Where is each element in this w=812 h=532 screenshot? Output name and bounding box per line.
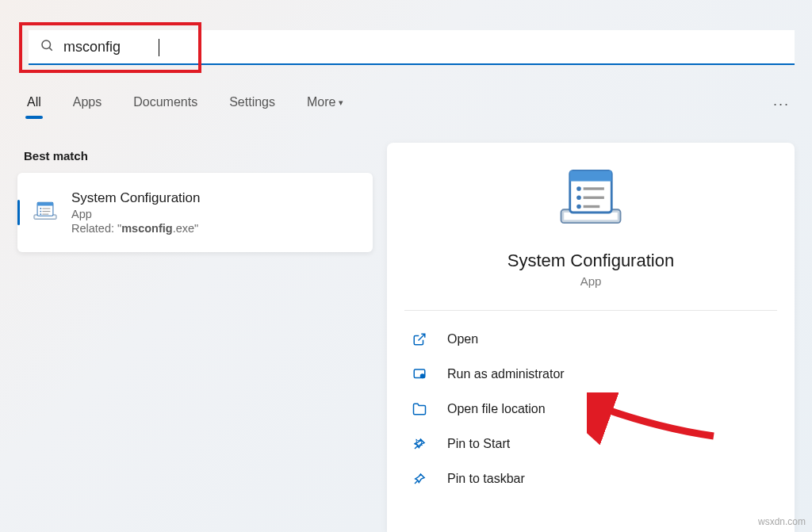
pin-icon bbox=[411, 435, 428, 453]
tab-more-label: More bbox=[307, 95, 335, 109]
tab-settings[interactable]: Settings bbox=[226, 90, 278, 117]
svg-line-22 bbox=[419, 334, 425, 340]
best-match-result[interactable]: System Configuration App Related: "mscon… bbox=[17, 173, 373, 252]
action-open-location-label: Open file location bbox=[447, 402, 546, 416]
filter-tabs: All Apps Documents Settings More▾ ··· bbox=[24, 90, 795, 117]
panel-title: System Configuration bbox=[508, 251, 674, 271]
system-configuration-icon-large bbox=[555, 165, 626, 236]
svg-point-24 bbox=[420, 373, 425, 378]
divider bbox=[404, 310, 777, 311]
result-type: App bbox=[71, 208, 201, 220]
svg-line-25 bbox=[415, 446, 418, 449]
svg-line-1 bbox=[49, 48, 52, 50]
admin-icon bbox=[411, 366, 428, 383]
chevron-down-icon: ▾ bbox=[339, 98, 343, 107]
tab-more[interactable]: More▾ bbox=[304, 90, 347, 117]
action-run-admin-label: Run as administrator bbox=[447, 367, 565, 381]
pin-icon bbox=[411, 470, 428, 488]
folder-icon bbox=[411, 400, 428, 418]
panel-header: System Configuration App bbox=[387, 165, 795, 310]
search-icon bbox=[40, 38, 54, 55]
tab-documents[interactable]: Documents bbox=[130, 90, 201, 117]
svg-point-6 bbox=[40, 208, 41, 209]
search-input[interactable] bbox=[63, 39, 783, 55]
action-pin-to-taskbar[interactable]: Pin to taskbar bbox=[395, 461, 787, 496]
watermark: wsxdn.com bbox=[758, 516, 806, 527]
svg-rect-15 bbox=[570, 171, 612, 182]
action-open-label: Open bbox=[447, 332, 478, 346]
action-pin-to-start[interactable]: Pin to Start bbox=[395, 427, 787, 461]
system-configuration-icon bbox=[32, 199, 59, 226]
action-open-file-location[interactable]: Open file location bbox=[395, 392, 787, 427]
svg-point-16 bbox=[576, 186, 581, 191]
details-panel: System Configuration App Open Run as adm… bbox=[387, 143, 795, 532]
action-list: Open Run as administrator Open file loca… bbox=[387, 322, 795, 496]
tab-all[interactable]: All bbox=[24, 90, 44, 117]
result-title: System Configuration bbox=[71, 190, 201, 206]
action-open[interactable]: Open bbox=[395, 322, 787, 357]
more-options-button[interactable]: ··· bbox=[768, 91, 795, 117]
action-pin-taskbar-label: Pin to taskbar bbox=[447, 472, 525, 486]
svg-line-26 bbox=[415, 480, 418, 484]
svg-point-20 bbox=[576, 205, 581, 209]
section-best-match-label: Best match bbox=[24, 149, 88, 163]
panel-subtitle: App bbox=[580, 274, 602, 288]
svg-point-0 bbox=[42, 40, 51, 49]
result-related: Related: "msconfig.exe" bbox=[71, 222, 201, 235]
text-cursor bbox=[159, 39, 159, 56]
action-run-as-administrator[interactable]: Run as administrator bbox=[395, 357, 787, 392]
svg-point-18 bbox=[576, 195, 581, 200]
svg-point-10 bbox=[40, 213, 41, 215]
svg-rect-5 bbox=[37, 202, 53, 205]
search-bar[interactable] bbox=[29, 30, 795, 65]
svg-point-8 bbox=[40, 211, 41, 212]
action-pin-start-label: Pin to Start bbox=[447, 437, 510, 451]
tab-apps[interactable]: Apps bbox=[70, 90, 105, 117]
open-icon bbox=[411, 331, 428, 348]
